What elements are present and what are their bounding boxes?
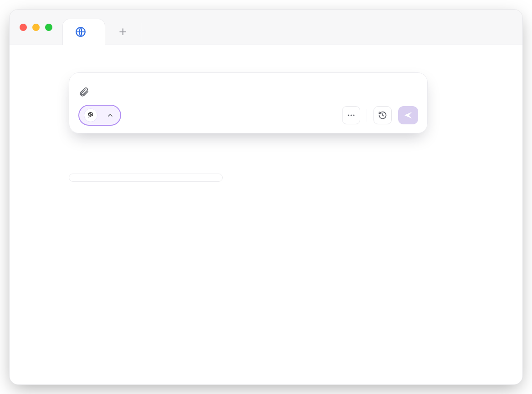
maximize-window-button[interactable] [45, 24, 52, 31]
send-button[interactable] [398, 106, 418, 124]
toolbar-divider [367, 109, 367, 122]
minimize-window-button[interactable] [32, 24, 40, 31]
more-options-button[interactable] [342, 106, 360, 124]
ai-context-panel [69, 72, 428, 133]
model-selector-chip[interactable] [78, 105, 121, 126]
history-button[interactable] [373, 106, 392, 124]
new-tab-button[interactable]: + [115, 25, 131, 39]
openai-icon [84, 108, 97, 122]
browser-tab[interactable] [62, 19, 105, 45]
titlebar: + [10, 10, 522, 45]
svg-point-3 [353, 115, 354, 116]
close-window-button[interactable] [20, 24, 27, 31]
globe-icon [75, 26, 87, 38]
svg-point-1 [348, 115, 349, 116]
attachment-icon[interactable] [78, 87, 89, 97]
tab-divider [141, 23, 141, 41]
chevron-up-icon [107, 112, 114, 119]
svg-point-2 [351, 115, 352, 116]
browser-window: + [9, 9, 523, 385]
webpage-body [10, 45, 522, 133]
window-controls [20, 24, 52, 31]
model-dropdown[interactable] [69, 174, 223, 182]
